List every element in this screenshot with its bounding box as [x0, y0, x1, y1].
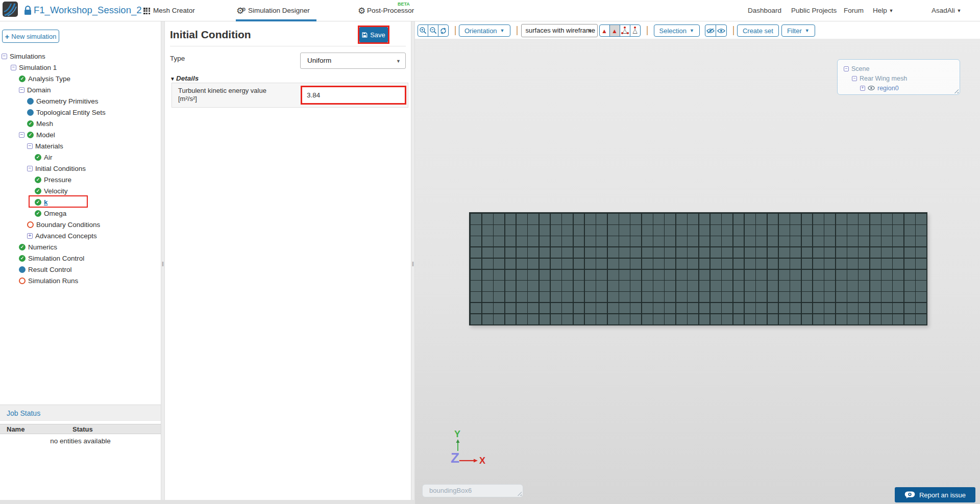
eye-icon[interactable]: [868, 86, 875, 90]
collapse-icon[interactable]: −: [852, 76, 857, 81]
save-button[interactable]: Save: [359, 27, 388, 42]
job-status-panel: Job Status Name Status no entities avail…: [0, 405, 161, 445]
collapse-icon[interactable]: −: [27, 166, 33, 171]
app-window: F1_Workshop_Session_2 Mesh Creator ⚙⚙ Si…: [0, 0, 980, 504]
nav-forum[interactable]: Forum: [844, 0, 864, 21]
simulation-tree: −Simulations−Simulation 1Analysis Type−D…: [0, 51, 161, 286]
status-complete-icon: [19, 75, 26, 82]
panel-resize-handle[interactable]: [411, 21, 415, 500]
type-select[interactable]: Uniform ▼: [300, 53, 406, 69]
zoom-out-button[interactable]: [428, 24, 438, 37]
sidebar-item-pressure[interactable]: Pressure: [0, 174, 161, 185]
eye-slash-icon: [706, 28, 715, 34]
floppy-disk-icon: [362, 32, 368, 38]
scene-item-scene[interactable]: −Scene: [838, 64, 960, 73]
z-axis-label: Z: [451, 450, 459, 466]
mesh-quality-vertex-button[interactable]: [630, 24, 641, 37]
zoom-in-button[interactable]: [418, 24, 428, 37]
details-toggle[interactable]: ▼Details: [170, 74, 199, 82]
scene-item-rear-wing-mesh[interactable]: −Rear Wing mesh: [838, 73, 960, 83]
sidebar-item-advanced-concepts[interactable]: +Advanced Concepts: [0, 230, 161, 241]
status-incomplete-icon: [27, 221, 34, 228]
nav-dashboard[interactable]: Dashboard: [748, 0, 781, 21]
orientation-dropdown[interactable]: Orientation▼: [459, 24, 510, 37]
simulation-sidebar: + New simulation −Simulations−Simulation…: [0, 21, 161, 500]
sidebar-item-initial-conditions[interactable]: −Initial Conditions: [0, 163, 161, 174]
collapse-icon[interactable]: −: [27, 143, 33, 149]
tab-simulation-designer[interactable]: Simulation Designer: [248, 0, 310, 21]
chevron-down-icon: ▼: [396, 53, 401, 69]
expand-icon[interactable]: +: [860, 86, 865, 91]
collapse-icon[interactable]: −: [844, 66, 849, 71]
sidebar-item-domain[interactable]: −Domain: [0, 84, 161, 95]
triangle-down-icon: ▼: [170, 76, 175, 82]
sidebar-item-result-control[interactable]: Result Control: [0, 264, 161, 275]
collapse-icon[interactable]: −: [2, 54, 7, 59]
mesh-quality-solid-button[interactable]: [599, 24, 610, 37]
status-complete-icon: [35, 188, 41, 194]
sidebar-item-omega[interactable]: Omega: [0, 208, 161, 219]
mesh-quality-nodes-button[interactable]: [620, 24, 630, 37]
sidebar-item-simulation-1[interactable]: −Simulation 1: [0, 62, 161, 73]
sidebar-item-air[interactable]: Air: [0, 152, 161, 163]
top-bar: F1_Workshop_Session_2 Mesh Creator ⚙⚙ Si…: [0, 0, 980, 21]
sidebar-item-model[interactable]: −Model: [0, 129, 161, 140]
sidebar-item-simulations[interactable]: −Simulations: [0, 51, 161, 62]
hide-selection-button[interactable]: [705, 24, 716, 37]
expand-icon[interactable]: +: [27, 233, 33, 239]
collapse-icon[interactable]: −: [19, 87, 24, 93]
chevron-down-icon: ▼: [805, 28, 810, 33]
nav-public-projects[interactable]: Public Projects: [791, 0, 837, 21]
report-issue-button[interactable]: Report an issue: [895, 487, 975, 502]
sidebar-item-mesh[interactable]: Mesh: [0, 118, 161, 129]
sidebar-item-geometry-primitives[interactable]: Geometry Primitives: [0, 95, 161, 107]
turbulent-kinetic-energy-label: Turbulent kinetic energy value [m²/s²]: [178, 87, 266, 103]
render-mode-select[interactable]: surfaces with wireframe ▼: [521, 24, 598, 37]
sidebar-item-k[interactable]: k: [0, 196, 161, 208]
toolbar-separator: [455, 26, 456, 35]
sidebar-item-numerics[interactable]: Numerics: [0, 241, 161, 253]
chevron-down-icon: ▼: [690, 28, 694, 33]
tree-item-label: Topological Entity Sets: [36, 109, 106, 116]
mesh-quality-surface-button[interactable]: [609, 24, 620, 37]
details-section: Turbulent kinetic energy value [m²/s²]: [172, 83, 408, 108]
refresh-view-button[interactable]: [438, 24, 449, 37]
sidebar-item-topological-entity-sets[interactable]: Topological Entity Sets: [0, 107, 161, 118]
status-complete-icon: [27, 120, 34, 127]
sidebar-resize-handle[interactable]: [161, 21, 165, 500]
scene-item-label: Scene: [851, 65, 869, 72]
collapse-icon[interactable]: −: [11, 65, 16, 70]
status-complete-icon: [35, 210, 41, 217]
turbulent-kinetic-energy-input[interactable]: [301, 86, 406, 105]
show-selection-button[interactable]: [716, 24, 727, 37]
triangle-vertex-icon: [631, 27, 639, 35]
tree-item-label: Numerics: [28, 243, 57, 251]
divider: [170, 46, 406, 46]
selection-dropdown[interactable]: Selection▼: [654, 24, 700, 37]
sidebar-item-materials[interactable]: −Materials: [0, 140, 161, 152]
tree-item-label: Simulation Runs: [28, 277, 78, 285]
tree-item-label: Simulation Control: [28, 255, 84, 262]
scene-item-region0[interactable]: +region0: [838, 83, 960, 93]
create-set-button[interactable]: Create set: [737, 24, 779, 37]
filter-dropdown[interactable]: Filter▼: [781, 24, 815, 37]
sidebar-item-velocity[interactable]: Velocity: [0, 185, 161, 196]
sidebar-item-analysis-type[interactable]: Analysis Type: [0, 73, 161, 84]
scene-tree: −Scene−Rear Wing mesh+region0: [838, 64, 960, 93]
sidebar-item-boundary-conditions[interactable]: Boundary Conditions: [0, 219, 161, 230]
resize-handle-icon[interactable]: [517, 491, 522, 496]
help-menu[interactable]: Help ▼: [873, 0, 893, 21]
viewport-3d[interactable]: Orientation▼ surfaces with wireframe ▼ S…: [415, 21, 980, 504]
sidebar-item-simulation-runs[interactable]: Simulation Runs: [0, 275, 161, 286]
user-menu[interactable]: AsadAli ▼: [932, 0, 961, 21]
mesh-surface[interactable]: [469, 212, 927, 325]
tree-item-label: Omega: [44, 210, 66, 217]
new-simulation-button[interactable]: + New simulation: [2, 30, 59, 43]
collapse-icon[interactable]: −: [19, 132, 24, 138]
simscale-logo-icon[interactable]: [3, 2, 18, 17]
tab-mesh-creator[interactable]: Mesh Creator: [153, 0, 195, 21]
scene-item-label: region0: [877, 85, 899, 92]
bounding-box-chip[interactable]: boundingBox6: [422, 484, 523, 497]
sidebar-item-simulation-control[interactable]: Simulation Control: [0, 253, 161, 264]
grip-icon: [161, 261, 165, 266]
